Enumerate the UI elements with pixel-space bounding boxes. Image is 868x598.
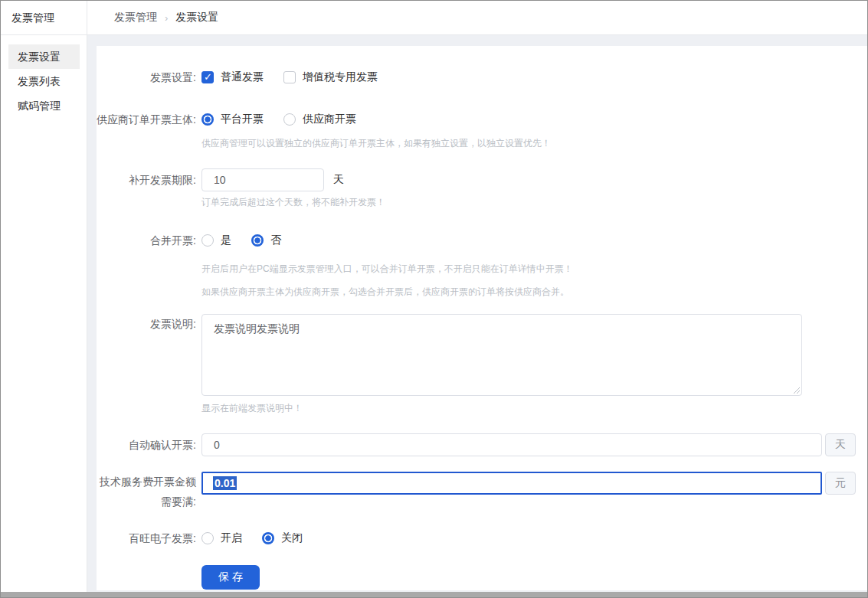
radio-label: 供应商开票 <box>303 113 356 126</box>
invoice-note-control: 发票说明发票说明 <box>201 314 867 396</box>
unit-label: 天 <box>333 173 344 187</box>
field-label: 百旺电子发票: <box>97 528 196 548</box>
radio-label: 平台开票 <box>221 113 264 126</box>
auto-confirm-input[interactable] <box>201 433 822 456</box>
field-label: 供应商订单开票主体: <box>97 109 196 129</box>
breadcrumb-current: 发票设置 <box>175 11 218 25</box>
checkbox-vat-special-invoice[interactable]: 增值税专用发票 <box>283 70 378 84</box>
sidebar-item-label: 发票列表 <box>18 75 61 87</box>
form-row-invoice-note: 发票说明: 发票说明发票说明 <box>97 314 867 396</box>
helper-text: 开启后用户在PC端显示发票管理入口，可以合并订单开票，不开启只能在订单详情中开票… <box>201 263 867 276</box>
radio-selected-icon <box>251 234 264 247</box>
radio-merge-yes[interactable]: 是 <box>201 234 231 247</box>
app-window: 发票管理 发票设置 发票列表 赋码管理 发票管理 › 发票设置 发票设置: <box>0 0 868 598</box>
field-label: 技术服务费开票金额需要满: <box>97 472 196 511</box>
radio-merge-no[interactable]: 否 <box>251 234 281 247</box>
field-label: 发票设置: <box>97 67 196 87</box>
checkbox-label: 普通发票 <box>221 70 264 84</box>
settings-card: 发票设置: 普通发票 增值税专用发票 供应商订单开票主体: <box>97 46 867 590</box>
form-row-auto-confirm: 自动确认开票: 天 <box>97 433 867 456</box>
radio-selected-icon <box>262 532 274 544</box>
checkbox-label: 增值税专用发票 <box>303 70 378 84</box>
field-label: 自动确认开票: <box>97 435 196 455</box>
sidebar: 发票管理 发票设置 发票列表 赋码管理 <box>1 1 87 597</box>
radio-baiwang-off[interactable]: 关闭 <box>262 531 303 545</box>
unit-addon: 元 <box>825 472 856 495</box>
sidebar-menu: 发票设置 发票列表 赋码管理 <box>1 35 87 118</box>
radio-platform-invoicing[interactable]: 平台开票 <box>201 113 264 126</box>
save-button[interactable]: 保 存 <box>201 565 260 590</box>
helper-text: 如果供应商开票主体为供应商开票，勾选合并开票后，供应商开票的订单将按供应商合并。 <box>201 286 867 299</box>
radio-supplier-invoicing[interactable]: 供应商开票 <box>283 113 356 126</box>
content-area: 发票设置: 普通发票 增值税专用发票 供应商订单开票主体: <box>87 35 867 597</box>
radio-baiwang-on[interactable]: 开启 <box>201 531 242 545</box>
checkbox-unchecked-icon <box>283 71 296 83</box>
sidebar-item-label: 发票设置 <box>18 51 61 63</box>
unit-addon: 天 <box>825 433 856 456</box>
supplier-subject-options: 平台开票 供应商开票 <box>201 113 867 126</box>
save-row: 保 存 <box>201 565 867 590</box>
form-row-merge-invoice: 合并开票: 是 否 <box>97 230 867 250</box>
sidebar-item-invoice-settings[interactable]: 发票设置 <box>8 44 80 69</box>
helper-text: 订单完成后超过这个天数，将不能补开发票！ <box>201 196 867 209</box>
form-row-supplier-subject: 供应商订单开票主体: 平台开票 供应商开票 <box>97 109 867 129</box>
reissue-period-input[interactable] <box>201 168 324 191</box>
radio-label: 否 <box>270 234 281 247</box>
auto-confirm-control: 天 <box>201 433 867 456</box>
radio-unselected-icon <box>201 532 214 544</box>
field-label: 发票说明: <box>97 314 196 334</box>
breadcrumb-parent[interactable]: 发票管理 <box>114 11 157 25</box>
invoice-type-options: 普通发票 增值税专用发票 <box>201 70 867 84</box>
helper-text: 供应商管理可以设置独立的供应商订单开票主体，如果有独立设置，以独立设置优先！ <box>201 137 867 150</box>
invoice-note-textarea[interactable]: 发票说明发票说明 <box>201 314 802 396</box>
sidebar-item-invoice-list[interactable]: 发票列表 <box>8 69 80 93</box>
horizontal-scrollbar[interactable] <box>1 592 867 597</box>
baiwang-options: 开启 关闭 <box>201 531 867 545</box>
checkbox-ordinary-invoice[interactable]: 普通发票 <box>201 70 264 84</box>
radio-label: 是 <box>221 234 231 247</box>
radio-unselected-icon <box>201 234 214 247</box>
chevron-right-icon: › <box>165 12 168 24</box>
tech-fee-control: 0.01 元 <box>201 472 867 495</box>
form-row-baiwang: 百旺电子发票: 开启 关闭 <box>97 528 867 548</box>
field-label: 合并开票: <box>97 230 196 250</box>
form-row-invoice-type: 发票设置: 普通发票 增值税专用发票 <box>97 67 867 87</box>
sidebar-item-label: 赋码管理 <box>18 100 61 112</box>
checkbox-checked-icon <box>201 71 214 83</box>
merge-invoice-options: 是 否 <box>201 234 867 247</box>
radio-selected-icon <box>201 113 214 126</box>
form-row-reissue-period: 补开发票期限: 天 <box>97 168 867 191</box>
form-row-tech-fee: 技术服务费开票金额需要满: 0.01 元 <box>97 472 867 511</box>
field-label: 补开发票期限: <box>97 170 196 190</box>
sidebar-title: 发票管理 <box>1 1 87 35</box>
helper-text: 显示在前端发票说明中！ <box>201 402 867 415</box>
reissue-period-control: 天 <box>201 168 867 191</box>
sidebar-item-code-management[interactable]: 赋码管理 <box>8 93 80 118</box>
radio-label: 开启 <box>221 531 242 545</box>
radio-label: 关闭 <box>281 531 303 545</box>
radio-unselected-icon <box>283 113 296 126</box>
breadcrumb: 发票管理 › 发票设置 <box>87 1 867 35</box>
tech-fee-input[interactable]: 0.01 <box>201 472 822 495</box>
selected-input-text: 0.01 <box>213 476 237 490</box>
